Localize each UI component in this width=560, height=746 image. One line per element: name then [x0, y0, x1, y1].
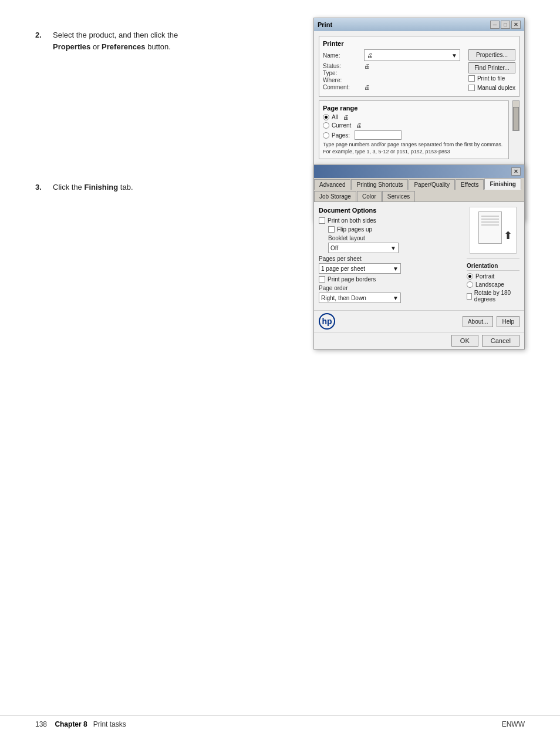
print-both-sides-label: Print on both sides — [328, 217, 376, 224]
portrait-radio[interactable] — [467, 273, 473, 280]
status-label: Status: — [323, 63, 364, 69]
comment-row: Comment: 🖨 — [323, 84, 460, 90]
printer-section-label: Printer — [323, 40, 515, 47]
step-2-bold2: Preferences — [102, 42, 145, 51]
order-arrow: ▼ — [393, 295, 399, 301]
page-borders-label: Print page borders — [328, 276, 376, 283]
tab-paper-quality[interactable]: Paper/Quality — [409, 179, 455, 190]
scrollbar-thumb — [513, 107, 519, 130]
finishing-ok-button[interactable]: OK — [451, 335, 478, 347]
all-icon: 🖨 — [343, 114, 349, 120]
landscape-radio[interactable] — [467, 281, 473, 288]
preview-line-3 — [481, 221, 499, 223]
page-number: 138 — [35, 720, 47, 728]
page-footer: 138 Chapter 8 Print tasks ENWW — [0, 715, 560, 728]
current-radio[interactable] — [323, 122, 329, 129]
finishing-dialog: ✕ Advanced Printing Shortcuts Paper/Qual… — [313, 164, 525, 350]
page-order-dropdown[interactable]: Right, then Down ▼ — [319, 293, 401, 303]
rotate-180-row: Rotate by 180 degrees — [467, 290, 519, 303]
tab-finishing[interactable]: Finishing — [484, 179, 521, 190]
print-dialog-title: Print — [318, 21, 332, 28]
current-icon: 🖨 — [356, 122, 362, 129]
flip-pages-checkbox[interactable] — [328, 226, 335, 233]
printer-name-row: Name: 🖨 ▼ — [323, 49, 460, 61]
printer-fields: Name: 🖨 ▼ Status: 🖨 — [323, 49, 460, 93]
name-label: Name: — [323, 52, 364, 59]
help-button[interactable]: Help — [497, 316, 519, 327]
preview-line-4 — [481, 224, 499, 226]
current-label: Current — [332, 122, 351, 129]
printer-name-dropdown[interactable]: 🖨 ▼ — [364, 49, 460, 61]
step-2-text-before: Select the product, and then click the — [53, 31, 178, 39]
comment-label: Comment: — [323, 84, 364, 90]
finishing-titlebar-buttons: ✕ — [511, 167, 521, 176]
chapter-label: Chapter 8 — [55, 720, 87, 728]
type-row: Type: — [323, 70, 460, 76]
pages-label: Pages: — [332, 132, 350, 139]
finishing-footer-buttons: About... Help — [463, 316, 519, 327]
print-to-file-checkbox[interactable] — [468, 75, 475, 82]
step-2-bold1: Properties — [53, 42, 90, 51]
pages-per-sheet-dropdown[interactable]: 1 page per sheet ▼ — [319, 263, 401, 274]
pages-per-sheet-label: Pages per sheet — [319, 256, 462, 262]
minimize-button[interactable]: ─ — [490, 21, 500, 29]
footer-left: 138 Chapter 8 Print tasks — [35, 720, 126, 728]
print-page-borders-row: Print page borders — [319, 276, 462, 283]
close-button[interactable]: ✕ — [511, 21, 521, 29]
order-value: Right, then Down — [321, 295, 366, 301]
finishing-ok-cancel: OK Cancel — [314, 332, 524, 349]
tab-advanced[interactable]: Advanced — [314, 179, 350, 190]
tab-effects[interactable]: Effects — [456, 179, 484, 190]
pages-radio[interactable] — [323, 132, 329, 139]
all-radio[interactable] — [323, 114, 329, 120]
orientation-icon: ⬆ — [504, 229, 512, 242]
step-number-3: 3. — [35, 183, 53, 191]
manual-duplex-checkbox[interactable] — [468, 85, 475, 91]
pages-input[interactable] — [355, 130, 402, 140]
step-number-2: 2. — [35, 31, 53, 39]
section-label: Print tasks — [93, 720, 126, 728]
orientation-heading: Orientation — [467, 263, 519, 271]
page-range-note: Type page numbers and/or page ranges sep… — [323, 142, 505, 155]
find-printer-button[interactable]: Find Printer... — [468, 62, 515, 73]
rotate-180-checkbox[interactable] — [467, 293, 472, 300]
preview-line-1 — [481, 216, 499, 217]
print-both-sides-row: Print on both sides — [319, 217, 462, 224]
brand-label: ENWW — [502, 720, 525, 728]
step-2-text-middle: or — [90, 42, 102, 51]
titlebar-buttons: ─ □ ✕ — [490, 21, 521, 29]
tab-printing-shortcuts[interactable]: Printing Shortcuts — [351, 179, 408, 190]
all-label: All — [332, 114, 338, 120]
where-label: Where: — [323, 77, 364, 83]
tab-services[interactable]: Services — [382, 191, 415, 201]
page-order-label: Page order — [319, 285, 462, 291]
rotate-180-label: Rotate by 180 degrees — [474, 290, 519, 303]
tab-color[interactable]: Color — [357, 191, 382, 201]
comment-value: 🖨 — [364, 84, 370, 90]
finishing-cancel-button[interactable]: Cancel — [482, 335, 519, 347]
booklet-layout-dropdown[interactable]: Off ▼ — [328, 243, 399, 253]
print-both-sides-checkbox[interactable] — [319, 217, 325, 224]
step-3-text-end: tab. — [118, 183, 133, 191]
tab-job-storage[interactable]: Job Storage — [314, 191, 356, 201]
landscape-row: Landscape — [467, 281, 519, 288]
pages-per-sheet-val: 1 page per sheet — [321, 266, 365, 272]
pages-radio-row: Pages: — [323, 130, 505, 140]
landscape-label: Landscape — [475, 281, 504, 288]
printer-section: Printer Name: 🖨 ▼ Status: — [319, 36, 519, 97]
page-borders-checkbox[interactable] — [319, 276, 325, 283]
orientation-section: Orientation Portrait Landscape Rotate by… — [467, 258, 519, 305]
about-button[interactable]: About... — [463, 316, 493, 327]
finishing-body: Document Options Print on both sides Fli… — [314, 202, 524, 310]
scrollbar[interactable] — [512, 100, 519, 131]
printer-icon-small: 🖨 — [367, 52, 373, 59]
document-options-label: Document Options — [319, 207, 462, 214]
all-radio-row: All 🖨 — [323, 114, 505, 120]
pps-fin-arrow: ▼ — [393, 266, 399, 272]
booklet-arrow: ▼ — [390, 245, 396, 251]
properties-button[interactable]: Properties... — [468, 49, 515, 61]
restore-button[interactable]: □ — [501, 21, 510, 29]
fin-close-button[interactable]: ✕ — [511, 167, 521, 176]
print-to-file-row: Print to file — [468, 75, 515, 82]
dropdown-arrow-icon: ▼ — [451, 52, 457, 59]
